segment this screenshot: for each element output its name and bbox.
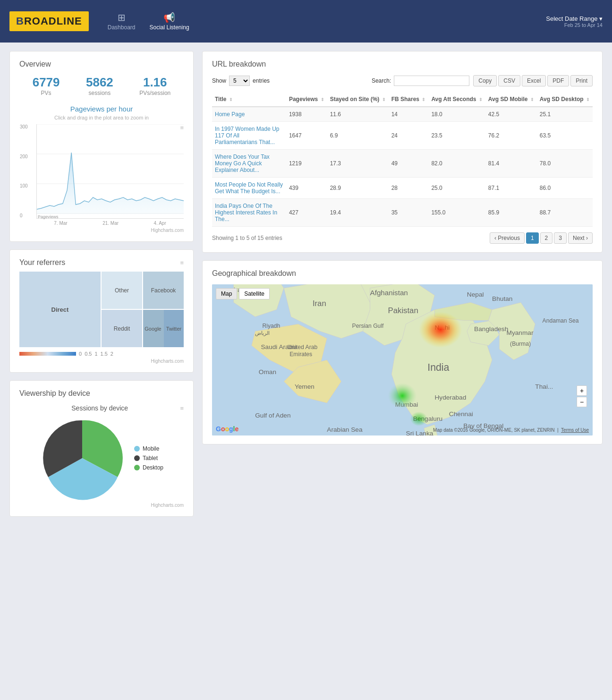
cell-pageviews: 427 [286, 199, 327, 227]
viewership-chart-title: Sessions by device [19, 404, 180, 412]
cell-avg-mobile: 87.1 [485, 178, 537, 199]
title-link[interactable]: Where Does Your Tax Money Go A Quick Exp… [215, 154, 270, 173]
svg-text:(Burma): (Burma) [510, 341, 531, 347]
search-label: Search: [372, 77, 391, 84]
cell-stayed: 19.4 [327, 199, 389, 227]
stat-pvs-label: PVs [33, 90, 60, 96]
cell-title: Home Page [212, 107, 286, 122]
cell-pageviews: 439 [286, 178, 327, 199]
map-btn-map[interactable]: Map [216, 288, 237, 299]
entries-select[interactable]: 5 10 25 [229, 76, 250, 86]
color-bar [19, 352, 76, 356]
nav-dashboard[interactable]: ⊞ Dashboard [108, 12, 136, 31]
cell-stayed: 11.6 [327, 107, 389, 122]
y-axis-label: Pageviews [38, 214, 59, 219]
overview-title: Overview [19, 60, 184, 68]
title-link[interactable]: Home Page [215, 111, 245, 118]
zoom-out-button[interactable]: − [577, 397, 587, 407]
map-svg: Iran Afghanistan Pakistan India Nepal Bh… [212, 284, 593, 435]
title-link[interactable]: India Pays One Of The Highest Interest R… [215, 203, 277, 222]
page-2-button[interactable]: 2 [540, 232, 553, 244]
print-button[interactable]: Print [570, 75, 593, 86]
col-avg-mobile[interactable]: Avg SD Mobile ⇕ [485, 92, 537, 107]
col-avg-att[interactable]: Avg Att Seconds ⇕ [428, 92, 485, 107]
pageviews-chart[interactable]: ≡ [36, 124, 184, 219]
excel-button[interactable]: Excel [522, 75, 546, 86]
legend-desktop-label: Desktop [143, 464, 163, 471]
col-pageviews[interactable]: Pageviews ⇕ [286, 92, 327, 107]
svg-text:Hyderabad: Hyderabad [434, 394, 466, 401]
copy-button[interactable]: Copy [473, 75, 497, 86]
svg-text:United Arab: United Arab [288, 344, 318, 350]
page-buttons: ‹ Previous 1 2 3 Next › [490, 232, 593, 244]
map-zoom: + − [577, 385, 587, 407]
treemap-direct: Direct [19, 272, 101, 347]
treemap-facebook: Facebook [143, 272, 184, 309]
treemap-reddit: Reddit [102, 310, 142, 347]
table-row: Most People Do Not Really Get What The B… [212, 178, 593, 199]
date-sub: Feb 25 to Apr 14 [546, 22, 603, 28]
treemap-other: Other [102, 272, 142, 309]
stat-sessions-value: 5862 [86, 75, 113, 90]
x-apr4: 4. Apr [154, 221, 166, 226]
dashboard-icon: ⊞ [108, 12, 136, 23]
stat-pvs: 6779 PVs [33, 75, 60, 96]
highcharts-credit-overview: Highcharts.com [19, 228, 184, 233]
header-right[interactable]: Select Date Range ▾ Feb 25 to Apr 14 [546, 15, 603, 28]
viewership-title: Viewership by device [19, 389, 184, 398]
terms-link[interactable]: Terms of Use [561, 427, 589, 433]
svg-text:Iran: Iran [313, 299, 326, 308]
cell-fb: 28 [389, 178, 429, 199]
overview-card: Overview 6779 PVs 5862 sessions 1.16 PVs… [9, 51, 194, 242]
map-google-logo: Google [216, 425, 238, 433]
page-3-button[interactable]: 3 [554, 232, 567, 244]
svg-text:Riyadh: Riyadh [262, 323, 280, 329]
nav-social-listening[interactable]: 📢 Social Listening [150, 12, 189, 31]
csv-button[interactable]: CSV [498, 75, 520, 86]
zoom-in-button[interactable]: + [577, 385, 587, 396]
col-fb[interactable]: FB Shares ⇕ [389, 92, 429, 107]
referrers-menu-icon[interactable]: ≡ [180, 259, 184, 266]
stat-pvs-value: 6779 [33, 75, 60, 90]
viewership-menu-icon[interactable]: ≡ [180, 405, 184, 412]
scale-15: 1.5 [101, 351, 108, 357]
cell-avg-mobile: 76.2 [485, 122, 537, 150]
treemap-google: Google [143, 310, 163, 347]
prev-button[interactable]: ‹ Previous [490, 232, 525, 244]
pie-legend: Mobile Tablet Desktop [134, 445, 163, 471]
nav-items: ⊞ Dashboard 📢 Social Listening [108, 12, 189, 31]
map-btn-satellite[interactable]: Satellite [239, 288, 270, 299]
treemap: Direct Other Reddit Facebook Google Twit… [19, 272, 184, 347]
table-header: Title ⇕ Pageviews ⇕ Stayed on Site (%) ⇕… [212, 92, 593, 107]
map-data-text: Map data ©2016 Google, ORION-ME, SK plan… [433, 427, 554, 433]
y-0: 0 [20, 213, 28, 218]
viewership-card: Viewership by device Sessions by device … [9, 380, 194, 517]
table-row: In 1997 Women Made Up 117 Of All Parliam… [212, 122, 593, 150]
logo[interactable]: BBROADLINEROADLINE [9, 11, 89, 31]
logo-b: B [16, 15, 24, 27]
pie-container: Mobile Tablet Desktop [19, 416, 184, 501]
title-link[interactable]: Most People Do Not Really Get What The B… [215, 181, 283, 195]
cell-avg-att: 82.0 [428, 150, 485, 178]
col-avg-desktop[interactable]: Avg SD Desktop ⇕ [537, 92, 593, 107]
next-button[interactable]: Next › [568, 232, 593, 244]
google-logo-g: G [216, 425, 221, 433]
date-range-label[interactable]: Select Date Range ▾ [546, 15, 603, 22]
pdf-button[interactable]: PDF [547, 75, 569, 86]
title-link[interactable]: In 1997 Women Made Up 117 Of All Parliam… [215, 126, 280, 145]
col-stayed[interactable]: Stayed on Site (%) ⇕ [327, 92, 389, 107]
page-1-button[interactable]: 1 [526, 232, 539, 244]
map-container[interactable]: Iran Afghanistan Pakistan India Nepal Bh… [212, 284, 593, 435]
social-listening-icon: 📢 [150, 12, 189, 23]
x-mar21: 21. Mar [102, 221, 119, 226]
geographical-card: Geographical breakdown [202, 260, 603, 444]
search-input[interactable] [394, 76, 469, 86]
referrers-title: Your referrers [19, 258, 65, 267]
left-column: Overview 6779 PVs 5862 sessions 1.16 PVs… [9, 51, 194, 517]
cell-pageviews: 1219 [286, 150, 327, 178]
chart-subtitle: Click and drag in the plot area to zoom … [19, 115, 184, 120]
col-title[interactable]: Title ⇕ [212, 92, 286, 107]
geographical-title: Geographical breakdown [212, 269, 593, 278]
chart-title: Pageviews per hour [19, 105, 184, 113]
chart-menu-icon[interactable]: ≡ [180, 124, 184, 131]
